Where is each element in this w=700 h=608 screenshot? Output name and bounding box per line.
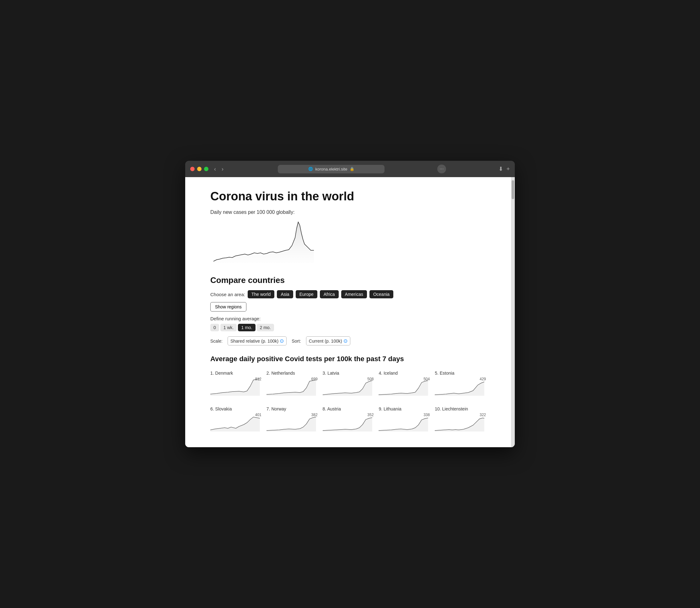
svg-marker-3	[378, 381, 428, 396]
country-rank-name: 1. Denmark	[210, 370, 261, 376]
back-button[interactable]: ‹	[212, 166, 218, 172]
country-chart: 352	[323, 413, 374, 435]
list-item: 1. Denmark 812	[210, 370, 261, 399]
scrollbar-track	[511, 177, 515, 447]
svg-marker-6	[267, 417, 316, 432]
scale-sort-row: Scale: Shared relative (p. 100k) ⊙ Sort:…	[210, 336, 486, 345]
rank: 3.	[323, 370, 327, 376]
avg-btn-2mo[interactable]: 2 mo.	[257, 324, 274, 331]
browser-chrome: ‹ › 🌐 korona.elektri.site 🔒 ··· ⬇ +	[185, 161, 515, 177]
country-value: 401	[255, 413, 261, 417]
area-btn-oceania[interactable]: Oceania	[369, 290, 393, 298]
list-item: 5. Estonia 429	[435, 370, 486, 399]
country-chart: 504	[378, 377, 430, 399]
url-text: korona.elektri.site	[315, 167, 348, 171]
global-chart	[210, 219, 317, 266]
list-item: 4. Iceland 504	[378, 370, 430, 399]
country-rank-name: 4. Iceland	[378, 370, 430, 376]
area-selector: Choose an area: The world Asia Europe Af…	[210, 290, 486, 298]
rank: 10.	[435, 406, 441, 412]
browser-content: Corona virus in the world Daily new case…	[185, 177, 515, 447]
list-item: 8. Austria 352	[323, 406, 374, 435]
menu-button[interactable]: ···	[437, 165, 446, 173]
countries-grid: 1. Denmark 812 2. Netherlands 699	[210, 370, 486, 435]
area-btn-americas[interactable]: Americas	[341, 290, 367, 298]
country-name: Latvia	[327, 370, 339, 376]
sort-select[interactable]: Current (p. 100k) ⊙	[306, 336, 350, 345]
country-value: 338	[424, 413, 430, 417]
compare-title: Compare countries	[210, 276, 486, 285]
country-name: Iceland	[384, 370, 398, 376]
country-chart: 401	[210, 413, 261, 435]
country-rank-name: 7. Norway	[267, 406, 318, 412]
list-item: 2. Netherlands 699	[267, 370, 318, 399]
minimize-button[interactable]	[197, 167, 201, 171]
country-rank-name: 2. Netherlands	[267, 370, 318, 376]
fullscreen-button[interactable]	[204, 167, 209, 171]
svg-marker-9	[435, 418, 484, 432]
country-value: 699	[311, 377, 318, 381]
svg-marker-8	[378, 418, 428, 432]
scrollbar-thumb[interactable]	[512, 180, 514, 199]
country-chart: 508	[323, 377, 374, 399]
country-rank-name: 9. Lithuania	[378, 406, 430, 412]
country-value: 382	[311, 413, 318, 417]
avg-label: Define running average:	[210, 316, 486, 321]
country-chart: 382	[267, 413, 318, 435]
list-item: 6. Slovakia 401	[210, 406, 261, 435]
list-item: 10. Liechtenstein 322	[435, 406, 486, 435]
svg-marker-1	[267, 380, 316, 396]
close-button[interactable]	[190, 167, 195, 171]
country-name: Lithuania	[384, 406, 402, 412]
forward-button[interactable]: ›	[220, 166, 226, 172]
avg-btn-1wk[interactable]: 1 wk.	[220, 324, 237, 331]
area-btn-world[interactable]: The world	[248, 290, 274, 298]
rank: 5.	[435, 370, 439, 376]
show-regions-button[interactable]: Show regions	[210, 302, 247, 311]
country-value: 352	[367, 413, 373, 417]
rank: 6.	[210, 406, 214, 412]
rank: 9.	[378, 406, 382, 412]
page-content: Corona virus in the world Daily new case…	[185, 177, 511, 447]
sort-label: Sort:	[292, 339, 301, 344]
new-tab-button[interactable]: +	[506, 166, 510, 172]
list-item: 3. Latvia 508	[323, 370, 374, 399]
country-value: 508	[367, 377, 373, 381]
scale-select[interactable]: Shared relative (p. 100k) ⊙	[228, 336, 287, 345]
country-name: Estonia	[440, 370, 454, 376]
download-button[interactable]: ⬇	[499, 166, 503, 172]
country-name: Netherlands	[271, 370, 295, 376]
country-name: Denmark	[215, 370, 233, 376]
area-btn-africa[interactable]: Africa	[320, 290, 339, 298]
svg-marker-5	[210, 417, 260, 432]
avg-btn-0[interactable]: 0	[210, 324, 219, 331]
country-chart: 322	[435, 413, 486, 435]
country-rank-name: 3. Latvia	[323, 370, 374, 376]
area-label: Choose an area:	[210, 292, 245, 297]
avg-btn-1mo[interactable]: 1 mo.	[238, 324, 255, 331]
country-chart: 699	[267, 377, 318, 399]
rank: 7.	[267, 406, 270, 412]
area-btn-europe[interactable]: Europe	[296, 290, 317, 298]
country-name: Liechtenstein	[442, 406, 468, 412]
nav-buttons: ‹ ›	[212, 166, 226, 172]
country-chart: 338	[378, 413, 430, 435]
country-value: 429	[480, 377, 486, 381]
rank: 4.	[378, 370, 382, 376]
country-name: Austria	[327, 406, 341, 412]
svg-marker-0	[210, 378, 260, 396]
country-value: 812	[255, 377, 261, 381]
rank: 2.	[267, 370, 270, 376]
browser-actions: ⬇ +	[499, 166, 510, 172]
page-title: Corona virus in the world	[210, 190, 486, 203]
scale-value: Shared relative (p. 100k)	[230, 339, 278, 344]
country-value: 504	[424, 377, 430, 381]
address-bar[interactable]: 🌐 korona.elektri.site 🔒	[278, 165, 385, 173]
area-btn-asia[interactable]: Asia	[277, 290, 293, 298]
country-rank-name: 6. Slovakia	[210, 406, 261, 412]
rank: 1.	[210, 370, 214, 376]
traffic-lights	[190, 167, 209, 171]
country-rank-name: 10. Liechtenstein	[435, 406, 486, 412]
svg-marker-2	[323, 381, 372, 396]
list-item: 9. Lithuania 338	[378, 406, 430, 435]
